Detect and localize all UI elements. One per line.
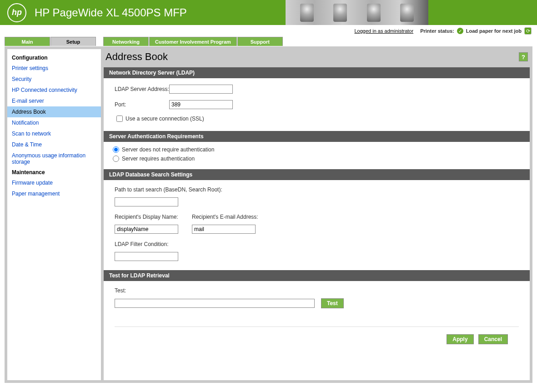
content-wrapper: Configuration Printer settings Security … — [5, 46, 532, 383]
sidebar-item-anon-usage[interactable]: Anonymous usage information storage — [7, 150, 101, 167]
recipient-email-label: Recipient's E-mail Address: — [192, 214, 269, 220]
radio-no-auth[interactable] — [113, 146, 119, 153]
page-title: Address Book — [105, 51, 168, 63]
primary-tabs: Main Setup Networking Customer Involveme… — [0, 37, 537, 46]
sidebar-item-scan-network[interactable]: Scan to network — [7, 128, 101, 139]
sidebar-item-email-server[interactable]: E-mail server — [7, 95, 101, 106]
section-header-test: Test for LDAP Retrieval — [104, 270, 530, 281]
ldap-server-address-label: LDAP Server Address: — [115, 86, 169, 92]
base-dn-input[interactable] — [115, 197, 178, 206]
form-area: Network Directory Server (LDAP) LDAP Ser… — [104, 67, 530, 380]
main-panel: Address Book ? Network Directory Server … — [104, 49, 530, 380]
filter-label: LDAP Filter Condition: — [115, 241, 519, 247]
footer-buttons: Apply Cancel — [115, 327, 519, 352]
sidebar-item-paper-mgmt[interactable]: Paper management — [7, 188, 101, 199]
sidebar-item-notification[interactable]: Notification — [7, 117, 101, 128]
radio-req-auth-label: Server requires authentication — [122, 156, 195, 162]
tab-setup[interactable]: Setup — [50, 37, 96, 46]
section-header-auth: Server Authentication Requirements — [104, 131, 530, 142]
printer-status-label: Printer status: — [420, 28, 454, 34]
sidebar-header-maintenance: Maintenance — [7, 167, 101, 177]
sidebar: Configuration Printer settings Security … — [7, 49, 101, 380]
section-header-search: LDAP Database Search Settings — [104, 169, 530, 180]
sidebar-header-config: Configuration — [7, 53, 101, 63]
logged-in-link[interactable]: Logged in as administrator — [354, 28, 413, 34]
display-name-label: Recipient's Display Name: — [115, 214, 192, 220]
ldap-port-label: Port: — [115, 101, 169, 108]
printer-image — [286, 0, 428, 25]
test-label: Test: — [115, 287, 519, 294]
sidebar-item-date-time[interactable]: Date & Time — [7, 139, 101, 150]
ssl-label: Use a secure connnection (SSL) — [125, 116, 204, 122]
ldap-port-input[interactable] — [169, 100, 233, 109]
sidebar-item-security[interactable]: Security — [7, 74, 101, 85]
display-name-input[interactable] — [115, 225, 178, 234]
sidebar-item-printer-settings[interactable]: Printer settings — [7, 63, 101, 74]
radio-no-auth-label: Server does not require authentication — [122, 146, 214, 153]
help-button[interactable]: ? — [519, 52, 528, 61]
tab-support[interactable]: Support — [237, 37, 283, 46]
product-title: HP PageWide XL 4500PS MFP — [35, 6, 187, 19]
tab-cip[interactable]: Customer Involvement Program — [149, 37, 237, 46]
base-dn-label: Path to start search (BaseDN, Search Roo… — [115, 186, 519, 193]
sidebar-item-hp-connected[interactable]: HP Connected connectivity — [7, 85, 101, 95]
test-input[interactable] — [115, 299, 315, 308]
recipient-email-input[interactable] — [192, 225, 256, 234]
refresh-icon[interactable]: ⟳ — [524, 27, 532, 35]
ldap-server-address-input[interactable] — [169, 85, 233, 94]
header-bar: hp HP PageWide XL 4500PS MFP — [0, 0, 537, 25]
tab-main[interactable]: Main — [5, 37, 50, 46]
ssl-checkbox[interactable] — [116, 116, 123, 122]
sidebar-item-firmware[interactable]: Firmware update — [7, 177, 101, 188]
filter-input[interactable] — [115, 252, 178, 261]
apply-button[interactable]: Apply — [447, 334, 473, 344]
section-header-ldap: Network Directory Server (LDAP) — [104, 67, 530, 78]
cancel-button[interactable]: Cancel — [478, 334, 508, 344]
status-bar: Logged in as administrator Printer statu… — [0, 25, 537, 37]
sidebar-item-address-book[interactable]: Address Book — [7, 106, 101, 117]
hp-logo-icon: hp — [7, 3, 26, 22]
radio-req-auth[interactable] — [113, 156, 119, 162]
status-ok-icon: ✓ — [457, 28, 463, 34]
printer-status-message: Load paper for next job — [466, 28, 522, 34]
test-button[interactable]: Test — [321, 298, 344, 308]
tab-networking[interactable]: Networking — [103, 37, 149, 46]
